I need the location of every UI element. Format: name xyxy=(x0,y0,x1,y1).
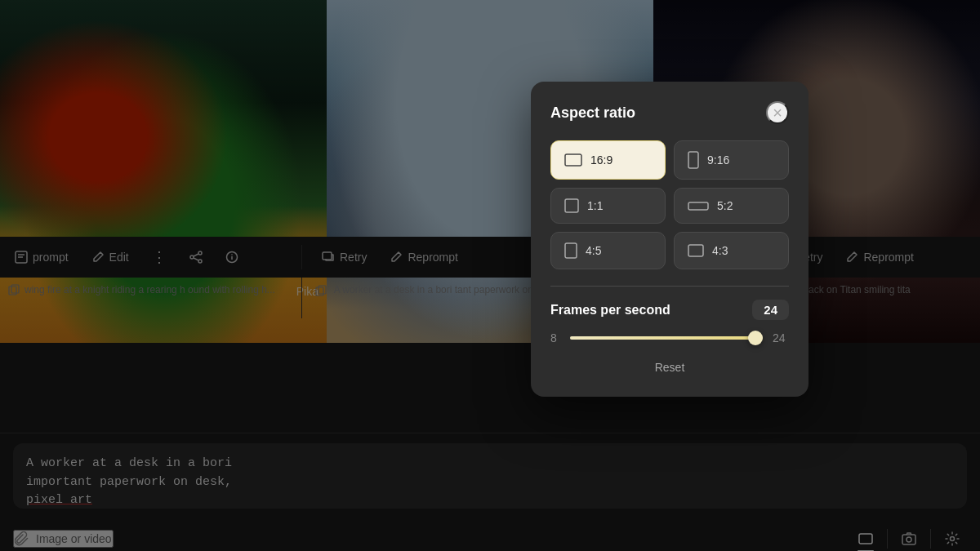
reset-row: Reset xyxy=(550,358,789,377)
aspect-1-1-label: 1:1 xyxy=(587,199,603,212)
portrait-tall-icon xyxy=(564,242,577,259)
svg-rect-23 xyxy=(688,202,708,210)
square-icon xyxy=(564,198,579,213)
fps-header: Frames per second 24 xyxy=(550,300,789,320)
fps-slider-thumb[interactable] xyxy=(748,331,763,345)
svg-rect-24 xyxy=(565,243,577,258)
ultrawide-icon xyxy=(688,202,709,211)
modal-overlay: Aspect ratio × 16:9 9:16 xyxy=(0,0,980,551)
aspect-5-2-label: 5:2 xyxy=(717,199,733,212)
fps-value-badge: 24 xyxy=(752,300,789,320)
fps-min-label: 8 xyxy=(550,331,560,344)
fps-slider-fill xyxy=(570,336,763,340)
aspect-9-16-label: 9:16 xyxy=(707,153,729,167)
portrait-icon xyxy=(688,151,699,169)
aspect-4-3-label: 4:3 xyxy=(712,244,728,257)
fps-label: Frames per second xyxy=(550,303,670,318)
modal-title: Aspect ratio xyxy=(550,104,635,122)
fps-section: Frames per second 24 8 24 xyxy=(550,300,789,344)
aspect-9-16-button[interactable]: 9:16 xyxy=(674,140,789,180)
modal-divider xyxy=(550,286,789,287)
modal-close-button[interactable]: × xyxy=(766,101,789,124)
svg-rect-21 xyxy=(688,152,698,168)
fps-max-label: 24 xyxy=(773,331,789,344)
aspect-1-1-button[interactable]: 1:1 xyxy=(550,188,666,224)
landscape-icon xyxy=(564,153,582,167)
aspect-ratio-modal: Aspect ratio × 16:9 9:16 xyxy=(531,82,808,397)
aspect-16-9-button[interactable]: 16:9 xyxy=(550,140,666,180)
svg-rect-22 xyxy=(565,199,578,212)
fps-slider-row: 8 24 xyxy=(550,331,789,344)
aspect-16-9-label: 16:9 xyxy=(590,153,612,167)
aspect-4-5-button[interactable]: 4:5 xyxy=(550,232,666,269)
svg-rect-20 xyxy=(565,154,581,166)
modal-header: Aspect ratio × xyxy=(550,101,789,124)
aspect-5-2-button[interactable]: 5:2 xyxy=(674,188,789,224)
svg-rect-25 xyxy=(688,245,703,256)
classic-icon xyxy=(688,244,704,257)
fps-slider-track[interactable] xyxy=(570,336,763,340)
aspect-4-5-label: 4:5 xyxy=(586,244,601,257)
aspect-ratio-grid: 16:9 9:16 1:1 5:2 xyxy=(550,140,789,269)
reset-button[interactable]: Reset xyxy=(645,358,695,377)
aspect-4-3-button[interactable]: 4:3 xyxy=(674,232,789,269)
